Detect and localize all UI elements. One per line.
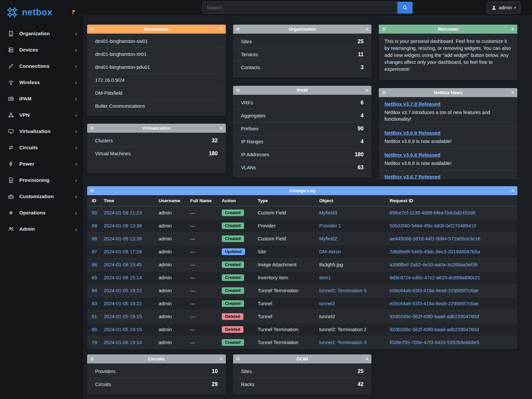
changelog-request-id-link[interactable]: e09c64a6-93f3-419a-8ea9-229585f7c6ae xyxy=(390,288,479,293)
close-icon[interactable]: × xyxy=(215,125,223,131)
changelog-id-link[interactable]: 86 xyxy=(92,262,97,267)
changelog-id-link[interactable]: 81 xyxy=(92,314,97,319)
netbox-logo[interactable]: netbox xyxy=(5,5,53,19)
search-button[interactable] xyxy=(397,2,413,14)
sidebar-item-organization[interactable]: Organization › xyxy=(0,25,83,42)
changelog-id-link[interactable]: 83 xyxy=(92,301,97,306)
stat-row[interactable]: Aggregates 4 xyxy=(233,109,372,122)
stat-row[interactable]: Providers 10 xyxy=(87,365,226,378)
stat-row[interactable]: Contacts 3 xyxy=(233,61,372,74)
sidebar-item-customization[interactable]: Customization › xyxy=(0,188,83,204)
sidebar-item-power[interactable]: Power › xyxy=(0,156,83,172)
changelog-time-link[interactable]: 2024-01-05 19:15 xyxy=(104,314,142,319)
close-icon[interactable]: × xyxy=(507,188,514,194)
stat-row[interactable]: Clusters 32 xyxy=(87,134,226,147)
changelog-request-id-link[interactable]: e09c64a6-93f3-419a-8ea9-229585f7c6ae xyxy=(390,301,479,306)
bookmark-item[interactable]: dmi01-binghamton-rtr01 xyxy=(91,48,222,61)
changelog-request-id-link[interactable]: 92d02d9c-562f-49f0-baa8-adb22904760d xyxy=(390,314,479,319)
changelog-object[interactable]: tunnel2 xyxy=(319,314,335,319)
stat-row[interactable]: IP Addresses 180 xyxy=(233,148,372,161)
changelog-time-link[interactable]: 2024-01-05 19:14 xyxy=(104,340,142,345)
changelog-id-link[interactable]: 88 xyxy=(92,236,97,241)
stat-row[interactable]: VRFs 6 xyxy=(233,96,372,109)
sidebar-item-operations[interactable]: Operations › xyxy=(0,204,83,221)
changelog-time-link[interactable]: 2024-01-08 15:45 xyxy=(104,262,142,267)
changelog-request-id-link[interactable]: 69fce7cf-1139-4d99-bfea-f3dcbd2452d6 xyxy=(390,210,475,215)
close-icon[interactable]: × xyxy=(507,26,514,32)
bookmark-item[interactable]: Butler Communications xyxy=(91,100,222,112)
news-headline-link[interactable]: NetBox v3.6.8 Released xyxy=(384,152,440,158)
gear-icon[interactable]: ⚙ xyxy=(236,356,243,361)
stat-row[interactable]: Virtual Machines 180 xyxy=(87,147,226,160)
changelog-id-link[interactable]: 89 xyxy=(92,223,97,228)
changelog-time-link[interactable]: 2024-01-05 19:22 xyxy=(104,288,142,293)
bookmark-flag-icon[interactable] xyxy=(71,9,77,15)
changelog-id-link[interactable]: 80 xyxy=(92,327,97,332)
gear-icon[interactable]: ⚙ xyxy=(90,356,97,361)
news-headline-link[interactable]: NetBox v3.6.9 Released xyxy=(384,130,440,136)
changelog-time-link[interactable]: 2024-01-08 17:28 xyxy=(104,249,142,254)
changelog-object[interactable]: tunnel2 xyxy=(319,301,335,306)
changelog-object[interactable]: Myfield2 xyxy=(319,236,337,241)
changelog-object[interactable]: item1 xyxy=(319,275,331,280)
changelog-request-id-link[interactable]: 2d6d6e8f-5465-45dc-8ec3-2019d4087b5a xyxy=(390,249,480,254)
user-menu-button[interactable]: admin ▾ xyxy=(487,2,520,14)
changelog-request-id-link[interactable]: ae445066-387d-44f1-9084-572a05ce3e16 xyxy=(390,236,480,241)
sidebar-item-provisioning[interactable]: Provisioning › xyxy=(0,172,83,188)
gear-icon[interactable]: ⚙ xyxy=(236,27,243,32)
changelog-time-link[interactable]: 2024-01-09 13:38 xyxy=(104,223,142,228)
close-icon[interactable]: × xyxy=(361,356,368,362)
gear-icon[interactable]: ⚙ xyxy=(90,126,97,131)
sidebar-item-virtualization[interactable]: Virtualization › xyxy=(0,123,83,139)
changelog-request-id-link[interactable]: a390fbef-2a82-4e10-aa0a-3c268aa5ef3b xyxy=(390,262,477,267)
search-input[interactable] xyxy=(202,2,397,14)
sidebar-item-admin[interactable]: Admin › xyxy=(0,221,83,237)
stat-row[interactable]: VLANs 63 xyxy=(233,161,372,174)
changelog-object[interactable]: Myfield3 xyxy=(319,210,337,215)
close-icon[interactable]: × xyxy=(215,26,223,32)
changelog-request-id-link[interactable]: 92d02d9c-562f-49f0-baa8-adb22904760d xyxy=(390,327,479,332)
sidebar-item-circuits[interactable]: Circuits › xyxy=(0,139,83,156)
changelog-id-link[interactable]: 84 xyxy=(92,288,97,293)
gear-icon[interactable]: ⚙ xyxy=(90,27,97,32)
sidebar-item-wireless[interactable]: Wireless › xyxy=(0,74,83,90)
stat-row[interactable]: Prefixes 90 xyxy=(233,122,372,135)
changelog-id-link[interactable]: 90 xyxy=(92,210,97,215)
changelog-object[interactable]: tunnel2: Termination 2 xyxy=(319,327,366,332)
bookmark-item[interactable]: dmi01-binghamton-pdu01 xyxy=(91,61,222,74)
stat-row[interactable]: Circuits 29 xyxy=(87,378,226,391)
changelog-object[interactable]: tunnel1: Termination 3 xyxy=(319,340,366,345)
stat-row[interactable]: Racks 42 xyxy=(233,378,372,391)
changelog-request-id-link[interactable]: 8d9cd72e-cd0c-47c2-a620-dc899a690c21 xyxy=(390,275,480,280)
gear-icon[interactable]: ⚙ xyxy=(236,88,243,93)
stat-row[interactable]: Tenants 11 xyxy=(233,48,372,61)
stat-row[interactable]: Sites 25 xyxy=(233,365,372,378)
gear-icon[interactable]: ⚙ xyxy=(90,188,97,193)
changelog-request-id-link[interactable]: f038e755-705e-47f3-9433-5392b9e6b9e5 xyxy=(390,340,479,345)
changelog-object[interactable]: tunnel2: Termination 5 xyxy=(319,288,366,293)
changelog-object[interactable]: Provider 1 xyxy=(319,223,341,228)
changelog-id-link[interactable]: 87 xyxy=(92,249,97,254)
close-icon[interactable]: × xyxy=(361,26,368,32)
changelog-object[interactable]: 8a3gh5.jpg xyxy=(319,262,343,267)
close-icon[interactable]: × xyxy=(215,356,223,362)
bookmark-item[interactable]: dmi01-binghamton-sw01 xyxy=(91,35,222,48)
changelog-time-link[interactable]: 2024-01-05 19:15 xyxy=(104,327,142,332)
changelog-id-link[interactable]: 85 xyxy=(92,275,97,280)
stat-row[interactable]: Sites 25 xyxy=(233,35,372,48)
close-icon[interactable]: × xyxy=(361,87,368,93)
news-headline-link[interactable]: NetBox v3.6.7 Released xyxy=(384,174,440,180)
gear-icon[interactable]: ⚙ xyxy=(382,90,389,95)
bookmark-item[interactable]: 172.16.0.9/24 xyxy=(91,74,222,87)
changelog-time-link[interactable]: 2024-01-09 13:38 xyxy=(104,236,142,241)
stat-row[interactable]: IP Ranges 4 xyxy=(233,135,372,148)
changelog-object[interactable]: DM-Akron xyxy=(319,249,341,254)
news-headline-link[interactable]: NetBox v3.7.0 Released xyxy=(384,101,440,107)
gear-icon[interactable]: ⚙ xyxy=(382,27,389,32)
sidebar-item-devices[interactable]: Devices › xyxy=(0,42,83,58)
changelog-time-link[interactable]: 2024-01-08 15:14 xyxy=(104,275,142,280)
changelog-time-link[interactable]: 2024-01-05 19:22 xyxy=(104,301,142,306)
changelog-time-link[interactable]: 2024-01-09 21:23 xyxy=(104,210,142,215)
close-icon[interactable]: × xyxy=(507,90,514,95)
sidebar-item-ipam[interactable]: IPAM › xyxy=(0,90,83,107)
